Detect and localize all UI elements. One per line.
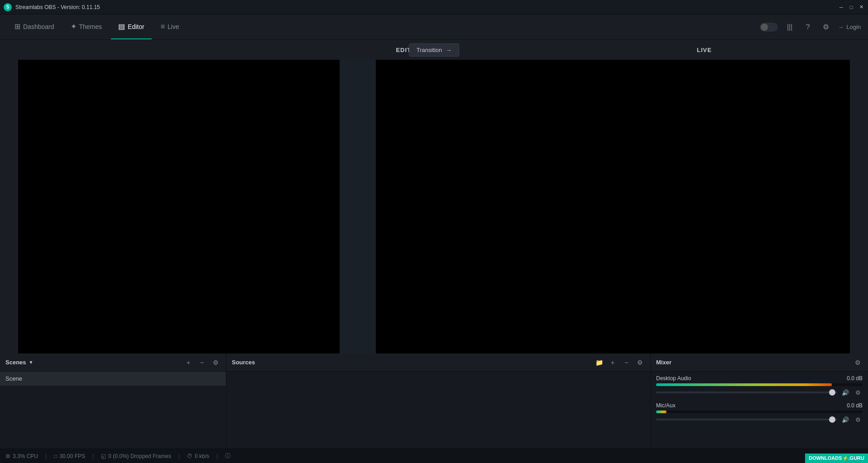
bandwidth-label: 0 kb/s xyxy=(195,453,209,459)
status-divider-4: | xyxy=(216,453,218,459)
help-icon[interactable]: ? xyxy=(801,21,814,33)
scenes-title: Scenes ▼ xyxy=(5,359,33,366)
desktop-audio-meter xyxy=(656,383,863,386)
scenes-panel-header: Scenes ▼ + − ⚙ xyxy=(0,353,226,372)
desktop-audio-slider[interactable] xyxy=(656,391,837,393)
scene-item[interactable]: Scene xyxy=(0,372,226,386)
info-icon: ⓘ xyxy=(225,452,230,460)
mixer-channel-desktop-header: Desktop Audio 0.0 dB xyxy=(656,375,863,382)
nav-label-themes: Themes xyxy=(79,23,102,30)
sources-actions: 📁 + − ⚙ xyxy=(594,358,645,368)
mixer-panel: Mixer ⚙ Desktop Audio 0.0 dB xyxy=(651,353,868,449)
nav-item-live[interactable]: ≡ Live xyxy=(153,14,187,39)
scenes-panel: Scenes ▼ + − ⚙ Scene xyxy=(0,353,226,449)
mic-aux-controls: 🔊 ⚙ xyxy=(656,415,863,424)
mixer-panel-header: Mixer ⚙ xyxy=(651,353,868,372)
transition-label: Transition xyxy=(417,47,442,53)
desktop-audio-settings-button[interactable]: ⚙ xyxy=(854,388,863,397)
nav-item-editor[interactable]: ▤ Editor xyxy=(111,14,152,39)
desktop-audio-meter-fill xyxy=(656,383,832,386)
live-icon: ≡ xyxy=(161,23,165,31)
nav-left: ⊞ Dashboard ✦ Themes ▤ Editor ≡ Live xyxy=(7,14,187,39)
sources-remove-button[interactable]: − xyxy=(621,358,631,368)
status-divider-1: | xyxy=(45,453,47,459)
sources-list xyxy=(226,372,650,449)
scenes-settings-button[interactable]: ⚙ xyxy=(211,358,221,368)
bandwidth-status: ⏱ 0 kb/s xyxy=(187,453,209,459)
mic-aux-mute-button[interactable]: 🔊 xyxy=(841,415,850,424)
preview-live-panel xyxy=(376,60,850,353)
mic-aux-meter xyxy=(656,410,863,413)
preview-edit-panel xyxy=(18,60,340,353)
app-icon: S xyxy=(4,3,12,11)
login-label: Login xyxy=(846,24,861,30)
maximize-button[interactable]: □ xyxy=(848,4,854,10)
desktop-audio-thumb[interactable] xyxy=(829,389,835,396)
info-status[interactable]: ⓘ xyxy=(225,452,230,460)
desktop-audio-db: 0.0 dB xyxy=(847,375,863,382)
cpu-label: 3.3% CPU xyxy=(13,453,38,459)
mixer-settings-button[interactable]: ⚙ xyxy=(853,358,863,368)
mixer-title-label: Mixer xyxy=(656,359,671,366)
status-divider-2: | xyxy=(92,453,94,459)
mic-aux-thumb[interactable] xyxy=(829,416,835,423)
live-label: LIVE xyxy=(697,47,712,53)
mixer-channel-mic: Mic/Aux 0.0 dB 🔊 ⚙ xyxy=(656,402,863,424)
mic-aux-slider[interactable] xyxy=(656,419,837,420)
themes-icon: ✦ xyxy=(71,22,77,31)
fps-icon: □ xyxy=(54,453,57,459)
app-title: Streamlabs OBS - Version: 0.11.15 xyxy=(15,4,100,10)
mixer-actions: ⚙ xyxy=(853,358,863,368)
sources-panel: Sources 📁 + − ⚙ xyxy=(226,353,651,449)
desktop-audio-label: Desktop Audio xyxy=(656,375,691,382)
transition-button[interactable]: Transition → xyxy=(409,43,460,57)
scenes-add-button[interactable]: + xyxy=(183,358,193,368)
sources-add-button[interactable]: + xyxy=(608,358,618,368)
mic-aux-settings-button[interactable]: ⚙ xyxy=(854,415,863,424)
mixer-content: Desktop Audio 0.0 dB 🔊 ⚙ xyxy=(651,372,868,449)
mixer-channel-mic-header: Mic/Aux 0.0 dB xyxy=(656,402,863,409)
fps-status: □ 30.00 FPS xyxy=(54,453,85,459)
theme-toggle[interactable] xyxy=(760,23,778,32)
scenes-list: Scene xyxy=(0,372,226,449)
dropped-status: ◱ 0 (0.0%) Dropped Frames xyxy=(101,453,171,459)
dropped-label: 0 (0.0%) Dropped Frames xyxy=(108,453,171,459)
login-icon: → xyxy=(838,24,844,30)
preview-header: EDIT Transition → LIVE xyxy=(0,40,868,60)
settings-icon[interactable]: ⚙ xyxy=(820,21,832,33)
scenes-chevron-icon: ▼ xyxy=(29,360,34,365)
transition-arrow-icon: → xyxy=(446,47,451,53)
nav-right: ||| ? ⚙ → Login xyxy=(760,21,861,33)
mic-aux-label: Mic/Aux xyxy=(656,402,676,409)
sources-folder-button[interactable]: 📁 xyxy=(594,358,604,368)
scenes-title-label: Scenes xyxy=(5,359,26,366)
mic-aux-db: 0.0 dB xyxy=(847,402,863,409)
bars-icon[interactable]: ||| xyxy=(783,21,796,33)
preview-panels xyxy=(0,60,868,353)
fps-label: 30.00 FPS xyxy=(59,453,85,459)
desktop-audio-controls: 🔊 ⚙ xyxy=(656,388,863,397)
mic-aux-meter-fill xyxy=(656,410,667,413)
nav-item-dashboard[interactable]: ⊞ Dashboard xyxy=(7,14,62,39)
title-bar-controls: ─ □ ✕ xyxy=(838,4,864,10)
bandwidth-icon: ⏱ xyxy=(187,453,192,459)
nav-label-editor: Editor xyxy=(128,23,144,30)
dropped-icon: ◱ xyxy=(101,453,106,459)
close-button[interactable]: ✕ xyxy=(858,4,864,10)
preview-section: EDIT Transition → LIVE xyxy=(0,40,868,353)
minimize-button[interactable]: ─ xyxy=(838,4,844,10)
watermark: DOWNLOADS⚡.GURU xyxy=(805,453,868,463)
nav-label-live: Live xyxy=(168,23,179,30)
title-bar-left: S Streamlabs OBS - Version: 0.11.15 xyxy=(4,3,100,11)
preview-divider xyxy=(340,60,376,353)
status-divider-3: | xyxy=(178,453,180,459)
status-bar: ⚙ 3.3% CPU | □ 30.00 FPS | ◱ 0 (0.0%) Dr… xyxy=(0,449,868,463)
scenes-remove-button[interactable]: − xyxy=(197,358,207,368)
sources-title-label: Sources xyxy=(232,359,255,366)
main-content: ⊞ Dashboard ✦ Themes ▤ Editor ≡ Live |||… xyxy=(0,14,868,449)
editor-icon: ▤ xyxy=(118,22,125,31)
nav-item-themes[interactable]: ✦ Themes xyxy=(63,14,110,39)
desktop-audio-mute-button[interactable]: 🔊 xyxy=(841,388,850,397)
sources-settings-button[interactable]: ⚙ xyxy=(635,358,645,368)
login-button[interactable]: → Login xyxy=(838,24,861,30)
